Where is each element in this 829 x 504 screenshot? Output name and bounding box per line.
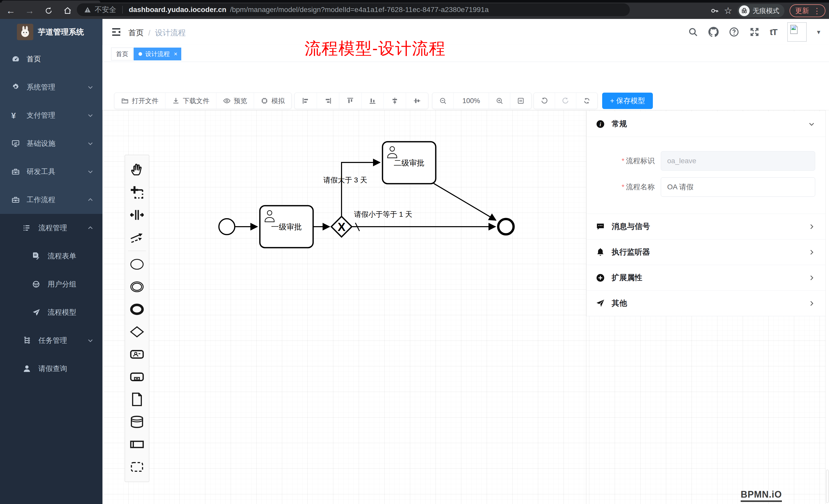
flow-label-le1[interactable]: 请假小于等于 1 天	[354, 210, 412, 218]
create-gateway[interactable]	[125, 320, 149, 343]
global-connect-tool[interactable]	[125, 226, 149, 249]
flow-task2-to-end[interactable]	[434, 184, 496, 220]
toolbox-icon	[11, 195, 20, 204]
exclusive-gateway[interactable]: X	[331, 217, 352, 237]
browser-tab[interactable]	[2, 1, 100, 3]
font-size-icon[interactable]: tT	[770, 27, 777, 37]
create-data-store[interactable]	[125, 411, 149, 433]
save-model-button[interactable]: + 保存模型	[602, 92, 653, 109]
create-end-event[interactable]	[125, 298, 149, 320]
tab-home[interactable]: 首页	[111, 48, 133, 61]
reload-icon[interactable]	[42, 5, 55, 17]
folder-icon	[121, 97, 129, 105]
sidebar-item-workflow[interactable]: 工作流程	[0, 186, 102, 214]
section-general[interactable]: 常规	[586, 111, 825, 137]
zoom-out-button[interactable]	[432, 93, 454, 109]
yen-icon: ¥	[11, 111, 20, 120]
zoom-in-button[interactable]	[489, 93, 510, 109]
sidebar-item-process-model[interactable]: 流程模型	[0, 298, 102, 326]
simulate-button[interactable]: 模拟	[254, 93, 291, 109]
create-user-task[interactable]	[125, 343, 149, 365]
tab-design-process[interactable]: 设计流程 ×	[134, 48, 181, 61]
app-logo	[17, 24, 33, 40]
bookmark-star-icon[interactable]: ☆	[724, 5, 732, 16]
open-file-button[interactable]: 打开文件	[114, 93, 166, 109]
search-icon[interactable]	[688, 27, 698, 37]
create-subprocess[interactable]	[125, 365, 149, 388]
url-bar[interactable]: 不安全 dashboard.yudao.iocoder.cn/bpm/manag…	[77, 3, 630, 16]
browser-menu-icon[interactable]: ⋮	[813, 6, 821, 15]
sidebar-item-infrastructure[interactable]: 基础设施	[0, 129, 102, 158]
align-bottom-button[interactable]	[361, 93, 384, 109]
end-event[interactable]	[498, 219, 513, 234]
task-first-approval[interactable]: 一级审批	[260, 206, 313, 248]
avatar[interactable]	[787, 22, 807, 42]
lasso-tool[interactable]	[125, 181, 149, 204]
sidebar-item-home[interactable]: 首页	[0, 45, 102, 73]
bpmn-io-logo[interactable]: BPMN.iO	[741, 489, 782, 502]
breadcrumb-home[interactable]: 首页	[128, 28, 144, 38]
process-name-input[interactable]	[661, 177, 815, 197]
flow-label-gt3[interactable]: 请假大于 3 天	[323, 176, 367, 184]
section-execution-listener[interactable]: 执行监听器	[586, 239, 825, 265]
sidebar-item-payment[interactable]: ¥ 支付管理	[0, 101, 102, 129]
create-intermediate-event[interactable]	[125, 276, 149, 298]
hand-tool[interactable]	[125, 159, 149, 181]
preview-button[interactable]: 预览	[216, 93, 254, 109]
start-event[interactable]	[219, 219, 235, 235]
chip-icon	[261, 97, 268, 105]
section-other[interactable]: 其他	[586, 290, 825, 316]
create-start-event[interactable]	[125, 253, 149, 276]
flow-gateway-to-task2[interactable]	[341, 162, 380, 216]
back-icon[interactable]: ←	[5, 5, 17, 17]
sidebar-item-user-group[interactable]: 用户分组	[0, 270, 102, 298]
scrollbar-thumb[interactable]	[826, 470, 828, 503]
forward-icon[interactable]: →	[24, 5, 36, 17]
align-horizontal-center-button[interactable]	[406, 93, 428, 109]
zoom-level[interactable]: 100%	[454, 93, 489, 109]
close-icon[interactable]: ×	[174, 50, 177, 57]
home-icon[interactable]	[62, 5, 74, 17]
incognito-label: 无痕模式	[753, 6, 779, 15]
create-participant[interactable]	[125, 433, 149, 456]
undo-button[interactable]	[534, 93, 555, 109]
align-top-button[interactable]	[339, 93, 361, 109]
user-group-icon	[32, 280, 40, 288]
zoom-reset-button[interactable]	[510, 93, 531, 109]
undo-icon	[540, 97, 548, 105]
sidebar-item-dev-tools[interactable]: 研发工具	[0, 158, 102, 186]
section-message-signal[interactable]: 消息与信号	[586, 214, 825, 239]
bell-icon	[596, 248, 605, 257]
sidebar-item-process-form[interactable]: 流程表单	[0, 242, 102, 270]
github-icon[interactable]	[709, 27, 719, 37]
app-logo-row[interactable]: 芋道管理系统	[0, 19, 102, 45]
plus-icon: +	[610, 97, 614, 105]
caret-down-icon[interactable]: ▾	[817, 28, 820, 36]
bpmn-canvas[interactable]: 一级审批 X 二级审批 请假大于 3 天 请假小于等于 1 天	[102, 110, 829, 504]
align-left-icon	[302, 97, 310, 105]
sidebar-item-process-management[interactable]: 流程管理	[0, 214, 102, 242]
align-vertical-center-button[interactable]	[384, 93, 406, 109]
create-data-object[interactable]	[125, 388, 149, 411]
sidebar-item-leave-query[interactable]: 请假查询	[0, 355, 102, 383]
sidebar-fold-icon[interactable]	[111, 27, 121, 37]
sidebar-item-task-management[interactable]: 任务管理	[0, 326, 102, 355]
restart-button[interactable]	[576, 93, 597, 109]
align-right-icon	[324, 97, 332, 105]
chevron-up-icon	[87, 196, 94, 203]
process-key-input[interactable]	[661, 151, 815, 171]
create-group[interactable]	[125, 456, 149, 478]
task-second-approval[interactable]: 二级审批	[383, 142, 436, 184]
browser-update-button[interactable]: 更新 ⋮	[790, 4, 825, 17]
canvas-scrollbar[interactable]	[825, 110, 829, 504]
help-icon[interactable]	[729, 27, 739, 37]
align-left-button[interactable]	[295, 93, 317, 109]
section-extended-attributes[interactable]: 扩展属性	[586, 265, 825, 290]
redo-button[interactable]	[555, 93, 576, 109]
space-tool[interactable]	[125, 204, 149, 226]
align-right-button[interactable]	[317, 93, 339, 109]
download-file-button[interactable]: 下载文件	[166, 93, 216, 109]
fullscreen-icon[interactable]	[749, 27, 760, 37]
sidebar-item-system[interactable]: 系统管理	[0, 73, 102, 101]
password-key-icon[interactable]	[710, 6, 719, 15]
